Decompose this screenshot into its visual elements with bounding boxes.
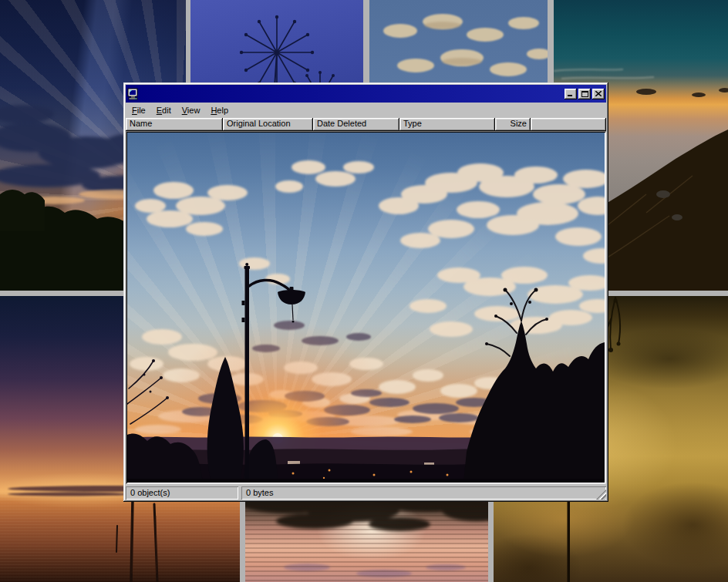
status-object-count: 0 object(s) <box>126 486 238 500</box>
cypress-tree <box>207 357 244 483</box>
left-branches <box>127 359 203 483</box>
column-header-type[interactable]: Type <box>399 118 495 131</box>
menu-file[interactable]: File <box>126 104 151 117</box>
menu-edit[interactable]: Edit <box>151 104 177 117</box>
column-header-name[interactable]: Name <box>126 118 223 131</box>
maximize-button[interactable] <box>578 89 591 99</box>
minimize-button[interactable] <box>565 89 577 99</box>
menu-view[interactable]: View <box>177 104 206 117</box>
column-header-size[interactable]: Size <box>495 118 531 131</box>
minimize-icon <box>568 91 574 96</box>
column-header-date-deleted[interactable]: Date Deleted <box>313 118 399 131</box>
column-header-row: Name Original Location Date Deleted Type… <box>126 118 606 131</box>
title-bar[interactable] <box>126 85 606 103</box>
silhouette-layer <box>127 133 605 483</box>
maximize-icon <box>581 91 588 97</box>
listview-background-photo <box>127 133 605 483</box>
status-byte-count: 0 bytes <box>241 486 606 500</box>
menu-bar: File Edit View Help <box>126 103 606 118</box>
column-header-filler <box>531 118 606 131</box>
list-view[interactable] <box>126 131 606 484</box>
menu-help[interactable]: Help <box>205 104 234 117</box>
status-bar: 0 object(s) 0 bytes <box>126 484 606 500</box>
recycle-bin-window: File Edit View Help Name Original Locati… <box>123 82 608 502</box>
right-trees <box>463 288 605 483</box>
computer-icon <box>127 88 140 100</box>
water-ripple-overlay <box>245 501 488 582</box>
column-header-original-location[interactable]: Original Location <box>223 118 313 131</box>
close-icon <box>595 91 602 96</box>
close-button[interactable] <box>592 89 605 99</box>
